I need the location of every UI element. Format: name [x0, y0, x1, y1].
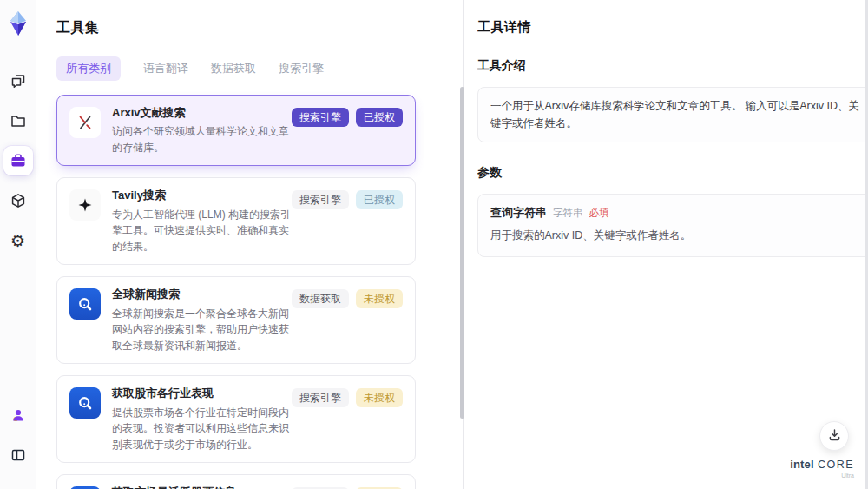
tool-card-sector-performance[interactable]: 获取股市各行业表现 提供股票市场各个行业在特定时间段内的表现。投资者可以利用这些…: [56, 375, 416, 463]
param-type: 字符串: [553, 207, 583, 220]
category-badge: 搜索引擎: [292, 108, 349, 127]
category-badge: 搜索引擎: [292, 388, 349, 407]
toolbox-icon: [10, 152, 27, 169]
parameter-item: 查询字符串 字符串 必填 用于搜索的Arxiv ID、关键字或作者姓名。: [477, 194, 868, 257]
series-label: Ultra: [841, 472, 854, 479]
tool-list-panel: 工具集 所有类别 语言翻译 数据获取 搜索引擎 Arxiv文献搜索 访问各个研究…: [36, 0, 438, 489]
blue-search-logo-icon: [69, 387, 101, 419]
param-required-flag: 必填: [589, 207, 609, 220]
tool-description: 提供股票市场各个行业在特定时间段内的表现。投资者可以利用这些信息来识别表现优于或…: [112, 405, 292, 453]
tab-language-translation[interactable]: 语言翻译: [143, 61, 188, 76]
download-icon: [827, 427, 842, 445]
intro-heading: 工具介绍: [477, 58, 868, 74]
status-badge: 已授权: [356, 108, 403, 127]
category-badge: 搜索引擎: [292, 190, 349, 209]
param-description: 用于搜索的Arxiv ID、关键字或作者姓名。: [490, 228, 864, 244]
tool-intro-text: 一个用于从Arxiv存储库搜索科学论文和文章的工具。 输入可以是Arxiv ID…: [477, 87, 868, 142]
download-button[interactable]: [819, 421, 849, 451]
status-badge: 已授权: [356, 190, 403, 209]
tab-search-engine[interactable]: 搜索引擎: [279, 61, 324, 76]
tool-list: Arxiv文献搜索 访问各个研究领域大量科学论文和文章的存储库。 搜索引擎 已授…: [56, 95, 416, 489]
sidebar-item-chat[interactable]: [3, 66, 33, 96]
sidebar-item-collapse[interactable]: [3, 440, 33, 470]
sidebar-item-settings[interactable]: ⚙: [3, 226, 33, 255]
params-heading: 参数: [477, 165, 868, 181]
tab-data-fetch[interactable]: 数据获取: [211, 61, 256, 76]
status-badge: 未授权: [356, 289, 403, 308]
tool-name: 获取市场最活跃股票信息: [112, 485, 292, 489]
tavily-star-icon: [69, 189, 101, 221]
tool-card-active-stocks[interactable]: 获取市场最活跃股票信息 提供当天交易量最高的股票列表。投资者可以利用这些信息来识…: [56, 474, 416, 489]
param-name: 查询字符串: [490, 205, 547, 221]
tool-card-global-news[interactable]: 全球新闻搜索 全球新闻搜索是一个聚合全球各大新闻网站内容的搜索引擎，帮助用户快速…: [56, 276, 416, 364]
tool-card-arxiv[interactable]: Arxiv文献搜索 访问各个研究领域大量科学论文和文章的存储库。 搜索引擎 已授…: [56, 95, 416, 166]
intel-wordmark: intel: [790, 459, 814, 470]
tool-description: 专为人工智能代理 (LLM) 构建的搜索引擎工具。可快速提供实时、准确和真实的结…: [112, 207, 292, 255]
tool-name: Arxiv文献搜索: [112, 105, 292, 121]
sidebar-item-tools[interactable]: [3, 146, 33, 175]
core-wordmark: CORE: [818, 459, 854, 471]
category-badge: 数据获取: [292, 289, 349, 308]
tool-name: 全球新闻搜索: [112, 287, 292, 302]
tool-card-tavily[interactable]: Tavily搜索 专为人工智能代理 (LLM) 构建的搜索引擎工具。可快速提供实…: [56, 177, 416, 265]
tab-all-categories[interactable]: 所有类别: [56, 56, 121, 81]
panel-toggle-icon: [10, 446, 27, 464]
tool-description: 访问各个研究领域大量科学论文和文章的存储库。: [112, 123, 292, 155]
sidebar-item-plugins[interactable]: [3, 186, 33, 215]
intel-core-logo: intel CORE Ultra: [790, 459, 854, 479]
sidebar-item-files[interactable]: [3, 106, 33, 135]
tool-name: 获取股市各行业表现: [112, 386, 292, 401]
cube-icon: [10, 192, 27, 209]
folder-icon: [10, 112, 27, 129]
window-edge-scrollbar[interactable]: [865, 0, 868, 489]
page-title: 工具集: [56, 19, 438, 37]
app-window: ⚙ 工具集 所有类别 语言翻译: [0, 0, 868, 489]
gear-icon: ⚙: [10, 233, 25, 249]
tool-description: 全球新闻搜索是一个聚合全球各大新闻网站内容的搜索引擎，帮助用户快速获取全球最新资…: [112, 306, 292, 354]
category-tabs: 所有类别 语言翻译 数据获取 搜索引擎: [56, 56, 438, 81]
sidebar-item-account[interactable]: [3, 400, 33, 430]
detail-title: 工具详情: [477, 19, 868, 36]
tool-name: Tavily搜索: [112, 188, 292, 203]
sidebar: ⚙: [0, 0, 36, 489]
app-logo: [7, 10, 30, 36]
tool-detail-panel: 工具详情 工具介绍 一个用于从Arxiv存储库搜索科学论文和文章的工具。 输入可…: [464, 0, 868, 489]
chat-icon: [10, 72, 27, 89]
arxiv-logo-icon: [69, 107, 101, 138]
blue-search-logo-icon: [69, 288, 101, 320]
avatar-icon: [10, 406, 27, 424]
status-badge: 未授权: [356, 388, 403, 407]
